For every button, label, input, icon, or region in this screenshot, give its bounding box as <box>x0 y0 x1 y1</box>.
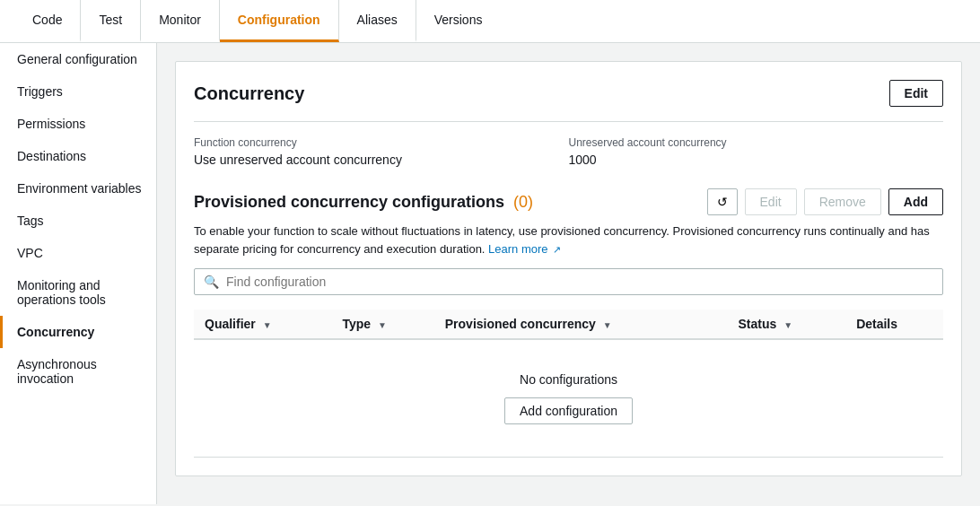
search-icon: 🔍 <box>204 275 219 289</box>
unreserved-label: Unreserved account concurrency <box>569 136 944 149</box>
concurrency-info: Function concurrency Use unreserved acco… <box>194 121 943 167</box>
edit-button[interactable]: Edit <box>889 80 943 107</box>
refresh-icon: ↺ <box>717 195 728 209</box>
function-concurrency-label: Function concurrency <box>194 136 569 149</box>
sidebar-item-tags[interactable]: Tags <box>0 205 156 237</box>
function-concurrency-col: Function concurrency Use unreserved acco… <box>194 136 569 167</box>
card-title: Concurrency <box>194 83 304 104</box>
layout: General configuration Triggers Permissio… <box>0 43 980 504</box>
col-provisioned: Provisioned concurrency ▼ <box>434 310 728 339</box>
sidebar-item-asynchronous[interactable]: Asynchronous invocation <box>0 348 156 395</box>
status-sort-icon: ▼ <box>783 320 792 330</box>
table-header: Qualifier ▼ Type ▼ Provisioned concurren… <box>194 310 943 339</box>
provisioned-remove-button[interactable]: Remove <box>804 188 881 215</box>
provisioned-title-group: Provisioned concurrency configurations (… <box>194 193 533 212</box>
qualifier-sort-icon: ▼ <box>263 320 272 330</box>
empty-state: No configurations Add configuration <box>205 351 932 446</box>
col-type: Type ▼ <box>331 310 433 339</box>
tab-code[interactable]: Code <box>14 0 81 42</box>
concurrency-card: Concurrency Edit Function concurrency Us… <box>175 61 962 476</box>
learn-more-link[interactable]: Learn more ↗ <box>488 242 561 256</box>
external-link-icon: ↗ <box>553 244 561 255</box>
card-header: Concurrency Edit <box>194 80 943 107</box>
empty-state-text: No configurations <box>226 372 911 387</box>
col-details: Details <box>845 310 943 339</box>
tab-aliases[interactable]: Aliases <box>339 0 416 42</box>
provisioned-section: Provisioned concurrency configurations (… <box>194 188 943 458</box>
provisioned-actions: ↺ Edit Remove Add <box>707 188 943 215</box>
function-concurrency-value: Use unreserved account concurrency <box>194 153 569 167</box>
col-qualifier: Qualifier ▼ <box>194 310 331 339</box>
search-input[interactable] <box>226 275 933 289</box>
unreserved-value: 1000 <box>569 153 944 167</box>
sidebar-item-triggers[interactable]: Triggers <box>0 75 156 108</box>
provisioned-desc: To enable your function to scale without… <box>194 222 943 257</box>
empty-state-row: No configurations Add configuration <box>194 339 943 458</box>
sidebar-item-concurrency[interactable]: Concurrency <box>0 316 156 348</box>
tab-monitor[interactable]: Monitor <box>141 0 220 42</box>
sidebar-item-environment[interactable]: Environment variables <box>0 172 156 205</box>
table-body: No configurations Add configuration <box>194 339 943 458</box>
sidebar-item-monitoring[interactable]: Monitoring and operations tools <box>0 269 156 316</box>
add-configuration-button[interactable]: Add configuration <box>504 397 633 424</box>
provisioned-edit-button[interactable]: Edit <box>745 188 797 215</box>
provisioned-sort-icon: ▼ <box>603 320 612 330</box>
type-sort-icon: ▼ <box>378 320 387 330</box>
unreserved-concurrency-col: Unreserved account concurrency 1000 <box>569 136 944 167</box>
sidebar-item-destinations[interactable]: Destinations <box>0 140 156 172</box>
refresh-button[interactable]: ↺ <box>707 188 738 215</box>
tab-configuration[interactable]: Configuration <box>220 0 339 42</box>
sidebar: General configuration Triggers Permissio… <box>0 43 157 504</box>
tab-versions[interactable]: Versions <box>416 0 501 42</box>
tab-test[interactable]: Test <box>81 0 141 42</box>
provisioned-count: (0) <box>513 193 533 211</box>
top-tab-bar: Code Test Monitor Configuration Aliases … <box>0 0 980 43</box>
sidebar-item-vpc[interactable]: VPC <box>0 237 156 269</box>
search-bar: 🔍 <box>194 268 943 295</box>
provisioned-header: Provisioned concurrency configurations (… <box>194 188 943 215</box>
col-status: Status ▼ <box>727 310 845 339</box>
sidebar-item-permissions[interactable]: Permissions <box>0 108 156 140</box>
sidebar-item-general[interactable]: General configuration <box>0 43 156 75</box>
provisioned-add-button[interactable]: Add <box>888 188 943 215</box>
configurations-table: Qualifier ▼ Type ▼ Provisioned concurren… <box>194 310 943 458</box>
provisioned-title: Provisioned concurrency configurations <box>194 193 504 211</box>
main-content: Concurrency Edit Function concurrency Us… <box>157 43 980 504</box>
